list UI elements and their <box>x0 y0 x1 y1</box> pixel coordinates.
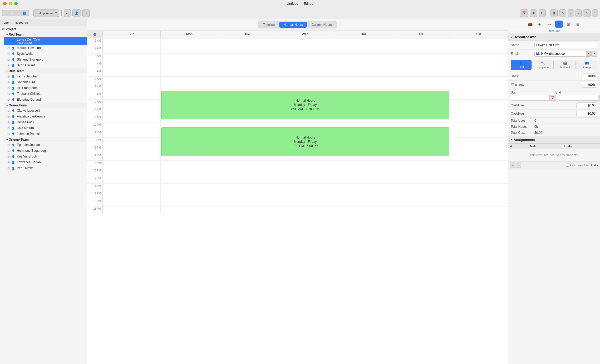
sidebar-scroll[interactable]: ⊟ Project ▾ Red Team ⊟ 👤 Lewes Dell 'Ort… <box>0 26 87 364</box>
view2-btn[interactable]: ◇ <box>559 9 566 17</box>
sidebar-item-hill[interactable]: ⊟ 👤 Hill Stangroom <box>4 85 87 91</box>
efficiency-input[interactable] <box>582 82 597 88</box>
email-clear-btn[interactable]: ✕ <box>591 51 597 57</box>
tab-normal-hours[interactable]: Normal Hours <box>279 22 307 28</box>
cal-cell-6-0 <box>103 84 161 92</box>
hide-completed-checkbox[interactable] <box>566 164 569 167</box>
sidebar-item-kris[interactable]: ⊟ 👤 Kris VanBrugh <box>4 154 87 159</box>
minimize-button[interactable] <box>9 2 12 5</box>
cal-row-11pm: 11 PM <box>87 206 508 214</box>
person-icon-clarke: 👤 <box>11 109 15 113</box>
sidebar-item-angelica[interactable]: ⊟ 👤 Angelica Jankiewicz <box>4 114 87 119</box>
start-cal-btn[interactable]: 📅 <box>550 95 556 101</box>
remove-assignment-btn[interactable]: − <box>516 163 521 168</box>
divider-1 <box>31 10 31 16</box>
filter-btn[interactable]: ⇌ <box>64 9 71 17</box>
sidebar-item-markos[interactable]: ⊟ 👤 Markos Covendon <box>4 45 87 51</box>
view3-btn[interactable]: ↑ <box>568 9 574 17</box>
cal-cell-5-0 <box>103 77 161 84</box>
tab-timeline[interactable]: Timeline <box>259 22 279 28</box>
outline-view-btn[interactable]: ⊞ <box>9 11 15 16</box>
sidebar-item-lowrance[interactable]: ⊟ 👤 Lowrance Dorian <box>4 159 87 165</box>
cal-cell-3-0 <box>103 61 161 69</box>
units-input[interactable] <box>582 73 597 79</box>
end-date-input[interactable] <box>559 95 598 101</box>
rp-diamond-btn[interactable]: ◈ <box>536 21 544 28</box>
rp-filter-btn[interactable]: ⇔ <box>546 21 553 28</box>
info-btn[interactable]: ℹ <box>592 9 598 17</box>
sidebar-item-farris[interactable]: ⊟ 👤 Farris Baugham <box>4 73 87 79</box>
view1-btn[interactable]: ▦ <box>550 9 558 17</box>
sidebar-item-lewes[interactable]: ⊟ 👤 Lewes Dell 'Orto Food Chemist <box>4 37 87 45</box>
sidebar-item-debee[interactable]: ⊟ 👤 Debee Pack <box>4 119 87 125</box>
tab-custom-hours[interactable]: Custom Hours <box>307 22 336 28</box>
calendar-btn[interactable]: 📅 <box>520 9 528 17</box>
type-icon-kris: ⊟ <box>6 154 11 159</box>
cost-use-input[interactable] <box>576 102 597 108</box>
fullscreen-button[interactable] <box>14 2 18 5</box>
section-assignments[interactable]: ▾ Assignments <box>508 136 600 144</box>
editing-arrow: ▾ <box>55 11 57 15</box>
cal-cell-9-0 <box>103 107 161 115</box>
res-type-equipment[interactable]: 🔧 Equipment <box>533 60 553 70</box>
res-type-material[interactable]: 📦 Material <box>555 60 576 70</box>
res-type-group[interactable]: 👥 Group <box>577 60 597 70</box>
alert-btn[interactable]: ⚠ <box>583 9 591 17</box>
right-panel-scroll[interactable]: ▾ Resource Info Name Email ▾ ✕ 👤 <box>508 33 600 364</box>
cal-cell-20-6 <box>450 191 508 199</box>
rp-person-btn[interactable]: 👤 <box>555 21 563 28</box>
name-row: Name <box>508 41 600 50</box>
efficiency-value-wrap <box>582 82 597 88</box>
sidebar-item-kala[interactable]: ⊟ 👤 Kala Matura <box>4 125 87 131</box>
sidebar-item-hermione[interactable]: ⊟ 👤 Hermione Blagbrough <box>4 148 87 154</box>
rp-table-btn[interactable]: ⊞ <box>565 21 572 28</box>
resource-btn2[interactable]: ⊟ <box>539 9 546 17</box>
res-type-staff[interactable]: 👤 Staff <box>511 60 532 70</box>
sidebar-item-johnette[interactable]: ⊟ 👤 Johnette Padrick <box>4 131 87 137</box>
cost-hour-input[interactable] <box>576 111 597 116</box>
item-content-debee: Debee Pack <box>17 120 85 124</box>
add-assignment-btn[interactable]: + <box>510 163 515 168</box>
start-date-input[interactable] <box>511 95 550 101</box>
rp-briefcase-btn[interactable]: 💼 <box>527 21 534 28</box>
editing-selector[interactable]: Editing: Actual ▾ <box>33 9 59 17</box>
name-input[interactable] <box>534 42 597 48</box>
gantt-view-btn[interactable]: ⊟ <box>15 11 21 16</box>
email-dropdown-btn[interactable]: ▾ <box>586 51 591 57</box>
project-row[interactable]: ⊟ Project <box>0 26 87 32</box>
end-cal-btn[interactable]: 📅 <box>598 95 600 101</box>
rp-grid-btn[interactable]: ⊟ <box>574 21 582 28</box>
section-resource-info[interactable]: ▾ Resource Info <box>508 33 600 41</box>
sidebar-item-thebault[interactable]: ⊟ 👤 Thebault Chislett <box>4 91 87 97</box>
list-view-btn[interactable]: ☰ <box>3 11 9 16</box>
cal-cell-15-6 <box>450 153 508 160</box>
sidebar-item-sonnnie[interactable]: ⊟ 👤 Sonnnie Bird <box>4 79 87 85</box>
cal-settings-cell[interactable]: ⚙ <box>87 31 103 38</box>
sidebar-item-eldredge[interactable]: ⊟ 👤 Eldredge Durand <box>4 97 87 102</box>
view4-btn[interactable]: ↓ <box>576 9 582 17</box>
cal-time-19: 8 PM <box>87 184 103 191</box>
sidebar-item-shirlene[interactable]: ⊟ 👤 Shirlene Stockport <box>4 57 87 62</box>
cal-cell-1-4 <box>334 46 392 53</box>
item-icons-hermione: ⊟ 👤 <box>6 149 17 153</box>
sidebar-item-clarke[interactable]: ⊟ 👤 Clarke Iaduccelli <box>4 108 87 114</box>
email-input[interactable] <box>534 51 585 57</box>
project-label: Project <box>6 27 16 31</box>
share-btn[interactable]: ⇥ <box>82 9 90 17</box>
sidebar-group-green-team[interactable]: ▾ Green Team <box>4 102 87 108</box>
sidebar-group-orange-team[interactable]: ▾ Orange Team <box>4 137 87 142</box>
user-btn[interactable]: 👤 <box>72 9 81 17</box>
network-btn[interactable]: ⊞ <box>530 9 537 17</box>
cal-cell-21-4 <box>334 199 392 206</box>
sidebar-group-blue-team[interactable]: ▾ Blue Team <box>4 68 87 73</box>
cal-cell-19-4 <box>334 184 392 191</box>
sidebar-item-sylas[interactable]: ⊟ 👤 Sylas Wolton <box>4 51 87 57</box>
sidebar-item-biron[interactable]: ⊟ 👤 Biron Gerant <box>4 62 87 68</box>
sidebar-item-pearl[interactable]: ⊟ 👤 Pearl Mews <box>4 165 87 171</box>
calendar-container[interactable]: ⚙ Sun Mon Tue Wed Thu Fri Sat 1 AM2 AM3 … <box>87 31 508 364</box>
sidebar-item-ephraim[interactable]: ⊟ 👤 Ephraim Jouhan <box>4 142 87 148</box>
close-button[interactable] <box>3 2 7 5</box>
resource-view-btn[interactable]: 👥 <box>21 11 28 16</box>
sidebar-group-red-team[interactable]: ▾ Red Team <box>4 32 87 37</box>
markos-name: Markos Covendon <box>17 46 85 50</box>
